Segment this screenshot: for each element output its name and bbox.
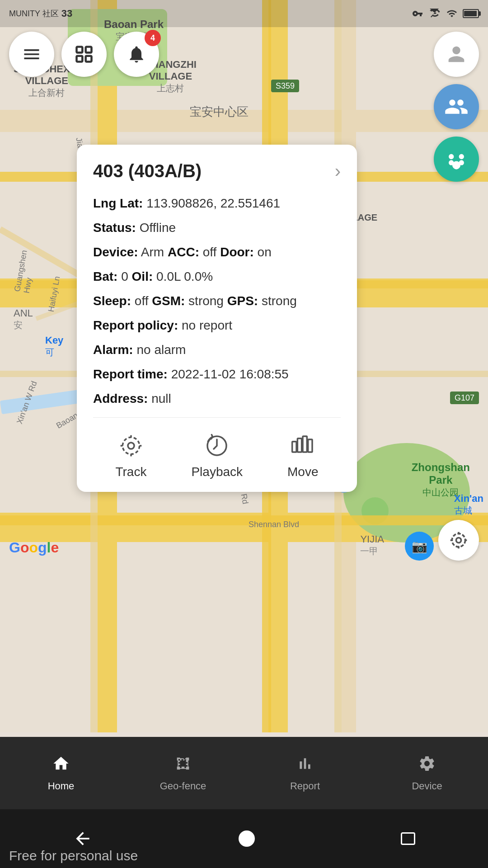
key-label: Key 可 <box>45 335 63 359</box>
baoan-label: 宝安中心区 <box>190 104 249 120</box>
lng-lat-row: Lng Lat: 113.908826, 22.551461 <box>93 194 341 213</box>
right-buttons <box>434 32 479 182</box>
park-area-3 <box>361 497 389 524</box>
status-row: Status: Offline <box>93 218 341 237</box>
device-label: Device <box>412 780 442 792</box>
notification-badge: 4 <box>145 30 161 46</box>
geofence-label: Geo-fence <box>160 780 206 792</box>
svg-rect-2 <box>77 47 83 53</box>
svg-rect-14 <box>298 439 302 452</box>
home-icon <box>52 755 70 777</box>
shennan-blvd-label: Shennan Blvd <box>249 520 299 529</box>
home-button[interactable] <box>239 830 255 847</box>
wifi-off-icon <box>428 7 441 20</box>
playback-label: Playback <box>191 465 243 479</box>
avatar-button[interactable] <box>434 32 479 77</box>
report-policy-row: Report policy: no report <box>93 316 341 335</box>
svg-rect-5 <box>86 56 92 62</box>
google-watermark: G o o g l e <box>9 539 59 556</box>
report-time-row: Report time: 2022-11-02 16:08:55 <box>93 365 341 384</box>
svg-rect-16 <box>308 439 312 452</box>
card-title: 403 (403A/B) <box>93 161 202 181</box>
report-label: Report <box>290 780 320 792</box>
road-s359: S359 <box>271 81 299 91</box>
nav-home[interactable]: Home <box>0 747 122 799</box>
notification-button[interactable]: 4 <box>114 32 159 77</box>
geofence-icon <box>174 755 192 777</box>
card-divider <box>93 417 341 418</box>
move-label: Move <box>287 465 318 479</box>
status-bar: MUNITY 社区 33 <box>0 0 488 27</box>
android-nav <box>0 809 488 868</box>
back-button[interactable] <box>73 829 93 849</box>
bat-row: Bat: 0 Oil: 0.0L 0.0% <box>93 267 341 286</box>
svg-point-6 <box>128 443 134 449</box>
move-button[interactable]: Move <box>287 431 318 479</box>
info-card: 403 (403A/B) › Lng Lat: 113.908826, 22.5… <box>77 145 357 492</box>
nav-geofence[interactable]: Geo-fence <box>122 747 244 799</box>
track-button[interactable]: Track <box>115 431 146 479</box>
card-arrow[interactable]: › <box>335 161 341 181</box>
device-icon <box>418 755 436 777</box>
nav-report[interactable]: Report <box>244 747 366 799</box>
bottom-nav: Home Geo-fence Report Device <box>0 737 488 809</box>
card-header: 403 (403A/B) › <box>93 161 341 181</box>
anl-label: ANL 安 <box>14 307 33 331</box>
xinan-label: Xin'an 古城 <box>454 493 483 517</box>
move-icon <box>288 431 317 460</box>
camera-marker: 📷 <box>405 532 434 561</box>
fit-bounds-button[interactable] <box>61 32 107 77</box>
card-actions: Track Playback <box>93 427 341 479</box>
home-label: Home <box>48 780 75 792</box>
address-row: Address: null <box>93 389 341 408</box>
track-label: Track <box>115 465 146 479</box>
status-time: MUNITY 社区 33 <box>9 8 72 19</box>
toolbar: 4 <box>9 32 159 77</box>
signal-icon <box>446 7 458 20</box>
track-icon <box>117 431 145 460</box>
device-row: Device: Arm ACC: off Door: on <box>93 243 341 262</box>
playback-button[interactable]: Playback <box>191 431 243 479</box>
svg-rect-4 <box>77 56 83 62</box>
sleep-row: Sleep: off GSM: strong GPS: strong <box>93 292 341 311</box>
report-icon <box>296 755 314 777</box>
pet-button[interactable] <box>434 137 479 182</box>
key-icon <box>411 7 424 20</box>
svg-point-1 <box>452 533 465 547</box>
road-g107: G107 <box>450 393 479 403</box>
svg-rect-15 <box>303 436 307 452</box>
location-button[interactable] <box>438 520 479 561</box>
battery-icon <box>463 9 479 18</box>
family-button[interactable] <box>434 84 479 129</box>
alarm-row: Alarm: no alarm <box>93 340 341 359</box>
menu-button[interactable] <box>9 32 54 77</box>
svg-point-7 <box>122 437 139 454</box>
svg-rect-3 <box>86 47 92 53</box>
playback-icon <box>202 431 231 460</box>
svg-rect-13 <box>292 442 296 452</box>
status-icons <box>411 7 479 20</box>
recent-button[interactable] <box>401 832 415 845</box>
svg-point-0 <box>456 538 461 543</box>
nav-device[interactable]: Device <box>366 747 488 799</box>
yijia-label: YIJIA 一甲 <box>360 533 384 557</box>
